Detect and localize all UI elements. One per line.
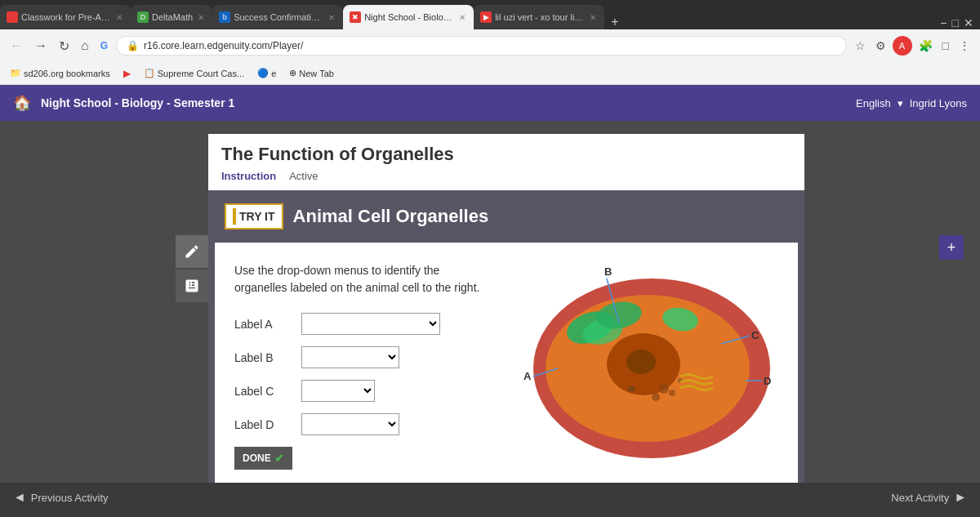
tab-label-nightschool: Night School - Biology - Semes	[364, 12, 454, 22]
forward-button[interactable]: →	[31, 35, 51, 56]
bookmark-folder-icon: 📁	[10, 68, 21, 78]
nav-bar: ← → ↻ ⌂ G 🔒 r16.core.learn.edgenuity.com…	[0, 29, 980, 62]
done-button[interactable]: DONE ✔	[234, 447, 292, 470]
tab-icon-success: b	[219, 11, 230, 23]
svg-point-8	[659, 384, 669, 394]
svg-text:D: D	[764, 375, 771, 387]
done-label: DONE	[243, 452, 271, 464]
plus-button[interactable]: +	[939, 235, 964, 260]
cell-diagram: B C D A	[517, 262, 778, 466]
tab-icon-classwork	[7, 11, 18, 23]
lesson-meta: Instruction Active	[221, 165, 791, 190]
profile-button[interactable]: A	[893, 36, 912, 56]
label-a-text: Label A	[234, 318, 292, 331]
sidebar-icons	[176, 235, 208, 302]
bookmark-newtab-icon: ⊕	[289, 68, 296, 78]
bookmark-star-button[interactable]: ☆	[852, 36, 869, 56]
back-button[interactable]: ←	[7, 35, 26, 56]
tab-label-classwork: Classwork for Pre-AP Geometr	[21, 12, 111, 22]
puzzle-button[interactable]: 🧩	[915, 36, 936, 56]
svg-point-3	[626, 350, 656, 374]
home-button[interactable]: ⌂	[78, 35, 92, 56]
bookmark-supremecourt-icon: 📋	[144, 68, 155, 78]
activity-card: TRY IT Animal Cell Organelles Use the dr…	[208, 190, 804, 489]
address-bar[interactable]: 🔒 r16.core.learn.edgenuity.com/Player/	[116, 36, 847, 56]
tab-label-success: Success Confirmation of Ques	[234, 12, 323, 22]
activity-header: TRY IT Animal Cell Organelles	[208, 190, 804, 243]
browser-chrome: Classwork for Pre-AP Geometr ✕ D DeltaMa…	[0, 0, 980, 85]
menu-button[interactable]: ⋮	[956, 36, 973, 56]
tab-label-deltamath: DeltaMath	[152, 12, 193, 22]
nav-icons: ☆ ⚙ A 🧩 □ ⋮	[852, 36, 973, 56]
content-area: The Function of Organelles Instruction A…	[208, 121, 980, 489]
lesson-header: The Function of Organelles Instruction A…	[208, 134, 804, 190]
address-text: r16.core.learn.edgenuity.com/Player/	[144, 40, 303, 51]
next-activity-label: Next Activity	[891, 492, 949, 504]
label-a-select[interactable]: Cell membrane Nucleus Mitochondria Ribos…	[301, 313, 440, 335]
try-it-badge: TRY IT	[225, 203, 283, 230]
language-label: English	[856, 97, 891, 109]
instructions-section: Use the drop-down menus to identify theo…	[234, 262, 501, 470]
tab-icon-liluzi: ▶	[480, 11, 492, 23]
minimize-button[interactable]: −	[940, 16, 947, 29]
square-button[interactable]: □	[939, 36, 952, 56]
tab-nightschool[interactable]: ✖ Night School - Biology - Semes ✕	[343, 5, 474, 29]
orange-bar	[233, 208, 236, 225]
restore-button[interactable]: □	[952, 16, 959, 29]
tab-close-deltamath[interactable]: ✕	[196, 13, 206, 22]
tab-close-liluzi[interactable]: ✕	[588, 13, 598, 22]
label-c-select[interactable]: Cell membrane Nucleus Mitochondria Ribos…	[301, 380, 375, 402]
activity-body: Use the drop-down menus to identify theo…	[215, 243, 798, 489]
bookmark-e[interactable]: 🔵 e	[254, 66, 279, 80]
extension-button[interactable]: ⚙	[872, 36, 889, 56]
label-a-row: Label A Cell membrane Nucleus Mitochondr…	[234, 313, 501, 335]
close-button[interactable]: ✕	[964, 16, 973, 29]
reload-button[interactable]: ↻	[56, 35, 73, 57]
tab-close-classwork[interactable]: ✕	[114, 13, 124, 22]
label-c-text: Label C	[234, 385, 292, 398]
bookmark-e-icon: 🔵	[257, 68, 269, 78]
bookmark-supremecourt-label: Supreme Court Cas...	[158, 69, 244, 78]
previous-activity-button[interactable]: ◄ Previous Activity	[13, 490, 109, 505]
next-activity-button[interactable]: Next Activity ►	[891, 490, 967, 505]
svg-text:B: B	[604, 265, 612, 278]
home-icon[interactable]: 🏠	[13, 94, 31, 112]
tab-close-success[interactable]: ✕	[327, 13, 336, 22]
user-name: Ingrid Lyons	[910, 97, 967, 109]
bookmark-supremecourt[interactable]: 📋 Supreme Court Cas...	[140, 66, 247, 80]
pencil-tool-button[interactable]	[176, 235, 208, 268]
right-arrow-icon: ►	[954, 490, 967, 505]
new-tab-button[interactable]: +	[604, 15, 625, 29]
calculator-tool-button[interactable]	[176, 270, 208, 302]
bookmark-sd206[interactable]: 📁 sd206.org bookmarks	[7, 66, 114, 80]
bookmark-youtube[interactable]: ▶	[120, 66, 134, 81]
svg-text:C: C	[751, 329, 760, 341]
tab-close-nightschool[interactable]: ✕	[457, 13, 467, 22]
tab-success[interactable]: b Success Confirmation of Ques ✕	[212, 5, 343, 29]
label-d-select[interactable]: Cell membrane Nucleus Mitochondria Ribos…	[301, 413, 399, 435]
main-area: + The Function of Organelles Instruction…	[0, 121, 980, 512]
calculator-icon	[184, 278, 200, 294]
tab-classwork[interactable]: Classwork for Pre-AP Geometr ✕	[0, 5, 131, 29]
bookmark-newtab[interactable]: ⊕ New Tab	[286, 66, 337, 80]
instruction-label: Instruction	[221, 170, 276, 182]
tab-label-liluzi: lil uzi vert - xo tour life + p	[495, 12, 585, 22]
tab-icon-deltamath: D	[137, 11, 149, 23]
bookmarks-bar: 📁 sd206.org bookmarks ▶ 📋 Supreme Court …	[0, 62, 980, 85]
tab-deltamath[interactable]: D DeltaMath ✕	[131, 5, 212, 29]
previous-activity-label: Previous Activity	[31, 492, 109, 504]
label-b-select[interactable]: Cell membrane Nucleus Mitochondria Ribos…	[301, 346, 399, 368]
tab-liluzi[interactable]: ▶ lil uzi vert - xo tour life + p ✕	[474, 5, 604, 29]
app-title: Night School - Biology - Semester 1	[41, 96, 856, 109]
bookmark-sd206-label: sd206.org bookmarks	[24, 69, 110, 78]
content-wrapper: The Function of Organelles Instruction A…	[208, 134, 804, 489]
language-selector[interactable]: English ▾ Ingrid Lyons	[856, 97, 967, 109]
svg-point-10	[669, 390, 675, 396]
label-d-row: Label D Cell membrane Nucleus Mitochondr…	[234, 413, 501, 435]
svg-point-11	[628, 386, 635, 392]
left-arrow-icon: ◄	[13, 490, 26, 505]
done-check-icon: ✔	[274, 452, 284, 465]
bottom-nav: ◄ Previous Activity Next Activity ►	[0, 483, 980, 512]
status-badge: Active	[289, 170, 318, 182]
google-button[interactable]: G	[97, 37, 111, 55]
